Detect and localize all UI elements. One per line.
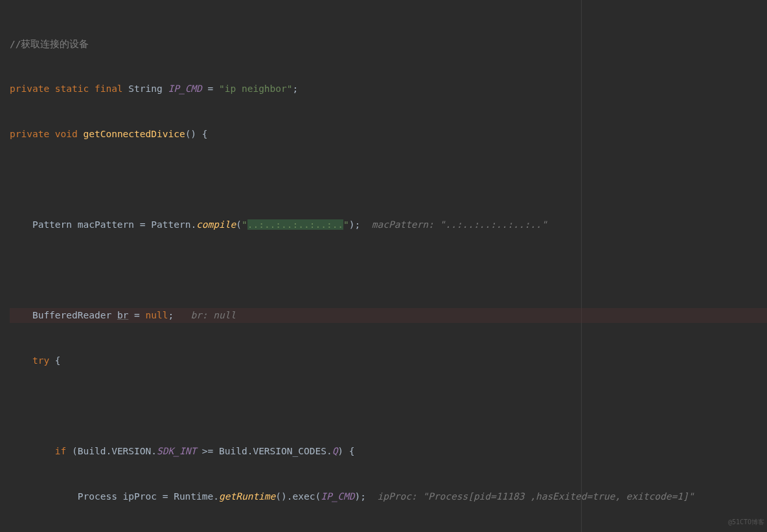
code-token: Pattern: [10, 219, 78, 230]
code-editor[interactable]: //获取连接的设备 private static final String IP…: [0, 0, 767, 532]
code-token: ..:..:..:..:..:..: [247, 219, 343, 230]
code-token: br: null: [190, 310, 236, 320]
code-token: macPattern: [78, 219, 134, 230]
code-token: (Build.VERSION.: [66, 446, 157, 456]
code-token: try: [32, 355, 49, 366]
code-token: {: [49, 355, 60, 366]
code-token: ) {: [338, 446, 354, 456]
code-token: private void: [10, 129, 84, 139]
code-token: SDK_INT: [157, 446, 196, 456]
code-token: ;: [293, 83, 299, 94]
code-token: getConnectedDivice: [84, 129, 185, 139]
code-token: =: [128, 310, 145, 320]
code-token: "ip neighbor": [219, 83, 293, 94]
watermark: @51CTO博客: [728, 515, 764, 529]
code-line[interactable]: //获取连接的设备: [10, 37, 767, 52]
code-line[interactable]: try {: [10, 353, 767, 368]
code-line[interactable]: BufferedReader br = null; br: null: [10, 308, 767, 323]
code-token: [10, 446, 55, 456]
code-token: );: [355, 491, 378, 502]
code-token: >= Build.VERSION_CODES.: [196, 446, 332, 456]
code-line[interactable]: private static final String IP_CMD = "ip…: [10, 82, 767, 96]
code-token: IP_CMD: [168, 83, 201, 94]
code-token: String: [128, 83, 168, 94]
code-token: IP_CMD: [321, 491, 354, 502]
code-token: ;: [168, 310, 190, 320]
code-token: BufferedReader: [10, 310, 117, 320]
code-token: ": [242, 219, 247, 230]
code-token: ().exec(: [275, 491, 321, 502]
code-line[interactable]: Pattern macPattern = Pattern.compile("..…: [10, 217, 767, 232]
code-token: ": [343, 219, 349, 230]
code-token: null: [146, 310, 168, 320]
code-token: () {: [185, 129, 208, 139]
code-token: );: [349, 219, 372, 230]
code-token: [10, 355, 32, 366]
code-line[interactable]: [10, 172, 767, 187]
code-token: if: [55, 446, 66, 456]
code-line[interactable]: [10, 263, 767, 278]
code-token: private static final: [10, 83, 128, 94]
code-token: =: [202, 83, 219, 94]
code-token: Process ipProc = Runtime.: [10, 491, 219, 502]
code-token: (: [236, 219, 242, 230]
code-token: getRuntime: [219, 491, 275, 502]
code-token: ipProc: "Process[pid=11183 ,hasExited=tr…: [377, 491, 694, 502]
code-token: = Pattern.: [134, 219, 196, 230]
code-line[interactable]: private void getConnectedDivice() {: [10, 127, 767, 142]
code-token: //获取连接的设备: [10, 39, 89, 49]
code-token: macPattern: "..:..:..:..:..:..": [372, 219, 547, 230]
code-line[interactable]: if (Build.VERSION.SDK_INT >= Build.VERSI…: [10, 444, 767, 459]
code-line[interactable]: Process ipProc = Runtime.getRuntime().ex…: [10, 489, 767, 504]
code-token: br: [117, 310, 128, 320]
code-line[interactable]: [10, 399, 767, 414]
code-token: compile: [196, 219, 236, 230]
